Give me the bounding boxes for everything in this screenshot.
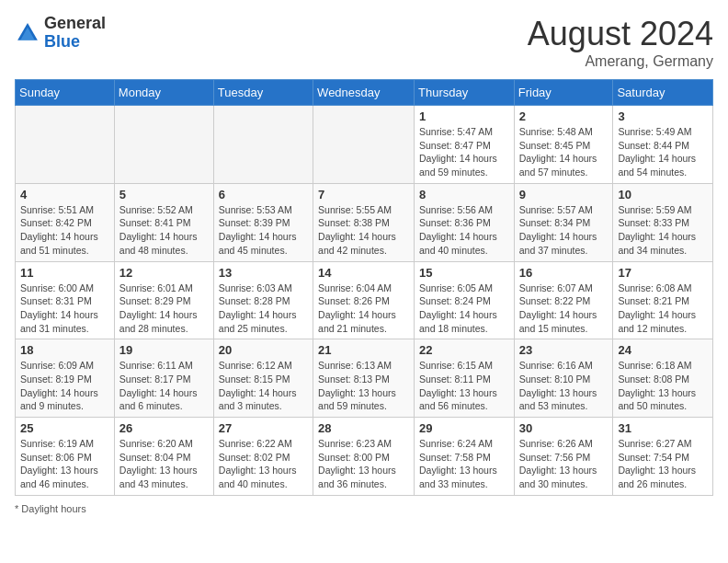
calendar-cell: 7Sunrise: 5:55 AM Sunset: 8:38 PM Daylig… [313,183,415,261]
day-detail: Sunrise: 6:07 AM Sunset: 8:22 PM Dayligh… [519,282,609,336]
day-number: 3 [618,109,708,123]
day-number: 14 [318,266,409,280]
day-detail: Sunrise: 6:26 AM Sunset: 7:56 PM Dayligh… [519,437,609,491]
day-detail: Sunrise: 6:09 AM Sunset: 8:19 PM Dayligh… [20,359,109,413]
weekday-header-saturday: Saturday [613,80,713,106]
calendar-week-1: 1Sunrise: 5:47 AM Sunset: 8:47 PM Daylig… [16,106,713,184]
day-number: 15 [419,266,509,280]
page-header: General Blue August 2024 Amerang, German… [15,15,713,70]
weekday-header-monday: Monday [114,80,213,106]
weekday-header-row: SundayMondayTuesdayWednesdayThursdayFrid… [16,80,713,106]
calendar-cell: 31Sunrise: 6:27 AM Sunset: 7:54 PM Dayli… [613,418,713,496]
day-detail: Sunrise: 6:08 AM Sunset: 8:21 PM Dayligh… [618,282,708,336]
calendar-cell: 10Sunrise: 5:59 AM Sunset: 8:33 PM Dayli… [613,183,713,261]
day-number: 11 [20,266,109,280]
day-detail: Sunrise: 6:01 AM Sunset: 8:29 PM Dayligh… [119,282,209,336]
calendar-cell: 29Sunrise: 6:24 AM Sunset: 7:58 PM Dayli… [415,418,515,496]
calendar-cell: 13Sunrise: 6:03 AM Sunset: 8:28 PM Dayli… [213,261,313,339]
calendar-cell: 24Sunrise: 6:18 AM Sunset: 8:08 PM Dayli… [613,339,713,418]
day-detail: Sunrise: 6:24 AM Sunset: 7:58 PM Dayligh… [419,437,509,491]
weekday-header-sunday: Sunday [16,80,115,106]
day-detail: Sunrise: 6:22 AM Sunset: 8:02 PM Dayligh… [219,437,308,491]
day-detail: Sunrise: 6:11 AM Sunset: 8:17 PM Dayligh… [119,359,209,413]
day-detail: Sunrise: 6:19 AM Sunset: 8:06 PM Dayligh… [20,437,109,491]
day-detail: Sunrise: 6:27 AM Sunset: 7:54 PM Dayligh… [618,437,708,491]
logo: General Blue [15,15,106,52]
day-number: 22 [419,343,509,357]
day-detail: Sunrise: 6:15 AM Sunset: 8:11 PM Dayligh… [419,359,509,413]
day-detail: Sunrise: 6:23 AM Sunset: 8:00 PM Dayligh… [318,437,409,491]
calendar-cell: 14Sunrise: 6:04 AM Sunset: 8:26 PM Dayli… [313,261,415,339]
day-detail: Sunrise: 6:12 AM Sunset: 8:15 PM Dayligh… [219,359,308,413]
day-detail: Sunrise: 5:53 AM Sunset: 8:39 PM Dayligh… [219,203,308,258]
day-number: 16 [519,266,609,280]
day-number: 12 [119,266,209,280]
day-number: 1 [419,109,509,123]
day-number: 10 [618,188,708,201]
month-year-title: August 2024 [528,15,713,53]
calendar-cell [313,106,415,184]
calendar-cell [114,106,213,184]
calendar-cell: 21Sunrise: 6:13 AM Sunset: 8:13 PM Dayli… [313,339,415,418]
calendar-cell: 17Sunrise: 6:08 AM Sunset: 8:21 PM Dayli… [613,261,713,339]
calendar-cell: 16Sunrise: 6:07 AM Sunset: 8:22 PM Dayli… [514,261,613,339]
calendar-cell: 12Sunrise: 6:01 AM Sunset: 8:29 PM Dayli… [114,261,213,339]
day-detail: Sunrise: 5:57 AM Sunset: 8:34 PM Dayligh… [519,203,609,258]
calendar-week-4: 18Sunrise: 6:09 AM Sunset: 8:19 PM Dayli… [16,339,713,418]
location-subtitle: Amerang, Germany [528,53,713,70]
day-number: 17 [618,266,708,280]
calendar-table: SundayMondayTuesdayWednesdayThursdayFrid… [15,79,713,496]
calendar-cell: 25Sunrise: 6:19 AM Sunset: 8:06 PM Dayli… [16,418,115,496]
day-number: 6 [219,188,308,201]
calendar-cell: 28Sunrise: 6:23 AM Sunset: 8:00 PM Dayli… [313,418,415,496]
day-detail: Sunrise: 5:48 AM Sunset: 8:45 PM Dayligh… [519,125,609,179]
calendar-cell [16,106,115,184]
day-number: 5 [119,188,209,201]
day-detail: Sunrise: 6:04 AM Sunset: 8:26 PM Dayligh… [318,282,409,336]
day-detail: Sunrise: 5:47 AM Sunset: 8:47 PM Dayligh… [419,125,509,179]
day-detail: Sunrise: 5:49 AM Sunset: 8:44 PM Dayligh… [618,125,708,179]
daylight-label: Daylight hours [21,503,85,514]
calendar-cell: 26Sunrise: 6:20 AM Sunset: 8:04 PM Dayli… [114,418,213,496]
day-detail: Sunrise: 5:56 AM Sunset: 8:36 PM Dayligh… [419,203,509,258]
footer-note: * Daylight hours [15,503,713,514]
calendar-cell: 3Sunrise: 5:49 AM Sunset: 8:44 PM Daylig… [613,106,713,184]
day-detail: Sunrise: 5:59 AM Sunset: 8:33 PM Dayligh… [618,203,708,258]
calendar-cell: 11Sunrise: 6:00 AM Sunset: 8:31 PM Dayli… [16,261,115,339]
day-detail: Sunrise: 5:55 AM Sunset: 8:38 PM Dayligh… [318,203,409,258]
day-detail: Sunrise: 6:18 AM Sunset: 8:08 PM Dayligh… [618,359,708,413]
calendar-cell: 18Sunrise: 6:09 AM Sunset: 8:19 PM Dayli… [16,339,115,418]
day-detail: Sunrise: 6:00 AM Sunset: 8:31 PM Dayligh… [20,282,109,336]
calendar-cell: 30Sunrise: 6:26 AM Sunset: 7:56 PM Dayli… [514,418,613,496]
day-number: 9 [519,188,609,201]
day-detail: Sunrise: 6:05 AM Sunset: 8:24 PM Dayligh… [419,282,509,336]
day-number: 23 [519,343,609,357]
day-detail: Sunrise: 6:20 AM Sunset: 8:04 PM Dayligh… [119,437,209,491]
day-number: 30 [519,421,609,435]
calendar-cell: 19Sunrise: 6:11 AM Sunset: 8:17 PM Dayli… [114,339,213,418]
weekday-header-tuesday: Tuesday [213,80,313,106]
weekday-header-friday: Friday [514,80,613,106]
calendar-week-2: 4Sunrise: 5:51 AM Sunset: 8:42 PM Daylig… [16,183,713,261]
day-number: 28 [318,421,409,435]
calendar-cell: 22Sunrise: 6:15 AM Sunset: 8:11 PM Dayli… [415,339,515,418]
day-number: 8 [419,188,509,201]
calendar-cell: 27Sunrise: 6:22 AM Sunset: 8:02 PM Dayli… [213,418,313,496]
day-detail: Sunrise: 5:52 AM Sunset: 8:41 PM Dayligh… [119,203,209,258]
calendar-cell [213,106,313,184]
day-number: 25 [20,421,109,435]
calendar-cell: 5Sunrise: 5:52 AM Sunset: 8:41 PM Daylig… [114,183,213,261]
day-detail: Sunrise: 6:13 AM Sunset: 8:13 PM Dayligh… [318,359,409,413]
day-number: 19 [119,343,209,357]
day-number: 20 [219,343,308,357]
day-number: 27 [219,421,308,435]
title-area: August 2024 Amerang, Germany [528,15,713,70]
calendar-cell: 2Sunrise: 5:48 AM Sunset: 8:45 PM Daylig… [514,106,613,184]
calendar-cell: 8Sunrise: 5:56 AM Sunset: 8:36 PM Daylig… [415,183,515,261]
day-number: 2 [519,109,609,123]
day-number: 18 [20,343,109,357]
day-number: 26 [119,421,209,435]
calendar-cell: 4Sunrise: 5:51 AM Sunset: 8:42 PM Daylig… [16,183,115,261]
calendar-cell: 6Sunrise: 5:53 AM Sunset: 8:39 PM Daylig… [213,183,313,261]
calendar-cell: 20Sunrise: 6:12 AM Sunset: 8:15 PM Dayli… [213,339,313,418]
